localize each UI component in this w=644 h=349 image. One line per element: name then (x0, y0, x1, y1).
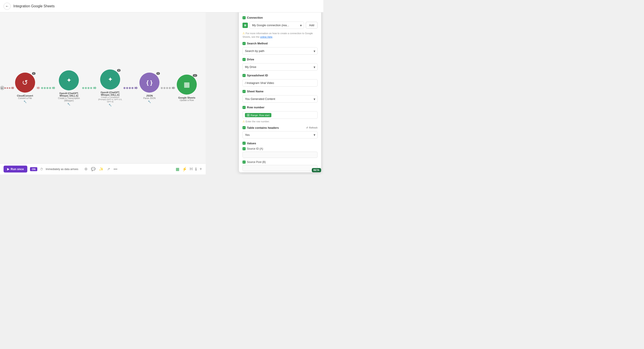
cloudconvert-icon: ↺ (22, 78, 28, 87)
arrow-c2 (37, 86, 40, 90)
online-help-link[interactable]: online Help (260, 36, 272, 38)
search-method-select-wrapper: Search by path (242, 47, 318, 54)
arrow-c4 (93, 86, 96, 90)
node-badge-gsheets: 11 (193, 74, 197, 77)
openai2-icon: ✦ (108, 76, 113, 83)
more-icon[interactable]: ••• (114, 167, 117, 171)
value-row-source-post: Source Post (B) (242, 160, 318, 171)
dot (169, 87, 171, 89)
source-id-checkbox[interactable] (242, 147, 246, 150)
node-openai2[interactable]: ✦ 8 OpenAI (ChatGPT, Whisper, DALL-E) Cr… (98, 70, 122, 106)
node-label-gsheets: Google Sheets (178, 96, 195, 99)
play-icon: ▶ (7, 168, 9, 171)
table-headers-section-header: Table contains headers (242, 126, 279, 130)
drive-select[interactable]: My Drive (242, 63, 318, 70)
back-button[interactable]: ← (4, 3, 11, 10)
node-sublabel-json: Parse JSON (143, 97, 156, 100)
drive-select-wrapper: My Drive (242, 63, 318, 70)
pipeline: ▶ ↺ 4 CloudConvert Convert a File 🔧 (0, 70, 201, 106)
values-section-header: Values (242, 142, 318, 145)
node-google-sheets[interactable]: ▦ 11 Google Sheets Update a Row (177, 74, 197, 102)
info-icon[interactable]: ℹ (195, 167, 197, 172)
dots-2 (36, 86, 56, 90)
source-post-checkbox-row: Source Post (B) (242, 160, 318, 164)
node-json[interactable]: { } 9 JSON Parse JSON 🔧 (140, 72, 160, 103)
source-post-input[interactable] (242, 165, 318, 171)
row-number-chip-container[interactable]: 1 Range: Row start (242, 111, 318, 119)
left-edge-connector: ▶ (0, 86, 4, 90)
table-headers-title: Table contains headers (247, 126, 279, 130)
table-headers-select[interactable]: Yes (242, 131, 318, 138)
row-number-chip: 1 Range: Row start (245, 113, 271, 117)
wrench-cloudconvert: 🔧 (24, 100, 27, 103)
magic-icon[interactable]: ✨ (99, 167, 104, 171)
node-circle-openai1: ✦ (59, 70, 79, 90)
dot (82, 87, 84, 89)
table-headers-checkbox[interactable] (242, 126, 246, 129)
wrench-openai1: 🔧 (67, 103, 70, 106)
google-sheets-panel: ▦ Google Sheets ⋮ ⤢ ? ✕ Connection ▦ My … (239, 2, 321, 172)
search-method-title: Search Method (247, 42, 268, 45)
spreadsheet-field (242, 79, 318, 86)
arrow-c3 (52, 86, 55, 90)
source-post-checkbox[interactable] (242, 160, 246, 164)
spreadsheet-checkbox[interactable] (242, 74, 246, 77)
right-toolbar-icons: ▦ ⚡ H ℹ + (176, 166, 202, 172)
node-badge-json: 9 (156, 72, 160, 75)
row-number-checkbox[interactable] (242, 106, 246, 109)
table-headers-row: Table contains headers ↺ Refresh (242, 126, 318, 130)
dot (44, 87, 46, 89)
node-cloudconvert[interactable]: ↺ 4 CloudConvert Convert a File 🔧 (15, 72, 35, 103)
schedule-icon: ⏱ (40, 168, 43, 171)
dots-5 (161, 86, 176, 90)
values-checkbox[interactable] (242, 142, 246, 145)
arrow-connector (11, 86, 14, 90)
wrench-json: 🔧 (148, 100, 151, 103)
refresh-button[interactable]: ↺ Refresh (306, 126, 318, 129)
table-headers-field: Yes (242, 131, 318, 138)
source-id-input[interactable] (242, 152, 318, 158)
node-sublabel-cloudconvert: Convert a File (18, 97, 32, 100)
dots-1 (4, 87, 10, 89)
node-circle-openai2: ✦ (100, 70, 120, 90)
connection-checkbox[interactable] (242, 16, 246, 19)
dot (132, 87, 134, 89)
share-icon[interactable]: ↗ (107, 167, 110, 171)
search-method-select[interactable]: Search by path (242, 47, 318, 54)
values-title: Values (247, 142, 256, 145)
connection-title: Connection (247, 16, 263, 19)
node-label-json: JSON (146, 94, 153, 97)
connection-section-header: Connection (242, 16, 318, 19)
sheet-name-select[interactable]: You Generated Content (242, 95, 318, 102)
chat-icon[interactable]: 💬 (91, 167, 96, 171)
gear-icon[interactable]: ⚙ (84, 167, 88, 171)
sheet-name-checkbox[interactable] (242, 90, 246, 93)
sheets-icon[interactable]: ▦ (176, 167, 180, 172)
row-number-field: 1 Range: Row start ⚠ Enter the row numbe… (242, 111, 318, 124)
arrow-c6 (172, 86, 175, 90)
on-toggle[interactable]: ON (30, 167, 37, 171)
dot (85, 87, 87, 89)
drive-checkbox[interactable] (242, 58, 246, 61)
bottom-toolbar: ▶ Run once ON ⏱ Immediately as data arri… (0, 164, 206, 174)
node-label-openai2: OpenAI (ChatGPT, Whisper, DALL-E) (98, 91, 122, 96)
run-once-button[interactable]: ▶ Run once (4, 166, 27, 172)
zap-icon[interactable]: ⚡ (182, 167, 187, 172)
dots-4 (124, 86, 138, 90)
connection-row: ▦ My Google connection (rea... Add (242, 22, 318, 29)
dot (41, 87, 43, 89)
add-icon[interactable]: + (200, 166, 202, 172)
node-openai1[interactable]: ✦ OpenAI (ChatGPT, Whisper, DALL-E) Crea… (57, 70, 81, 106)
dot (7, 87, 8, 89)
row-number-title: Row number (247, 106, 264, 109)
workflow-canvas: ▶ ↺ 4 CloudConvert Convert a File 🔧 (0, 12, 206, 164)
spreadsheet-input[interactable] (242, 79, 318, 86)
h-icon[interactable]: H (190, 167, 192, 172)
chip-number: 1 (247, 114, 250, 116)
help-warning-icon: ⚠ (242, 32, 245, 35)
connection-select[interactable]: My Google connection (rea... (250, 22, 304, 29)
add-connection-button[interactable]: Add (306, 22, 318, 29)
connection-field: ▦ My Google connection (rea... Add (242, 22, 318, 29)
dot (164, 87, 166, 89)
search-method-checkbox[interactable] (242, 42, 246, 45)
